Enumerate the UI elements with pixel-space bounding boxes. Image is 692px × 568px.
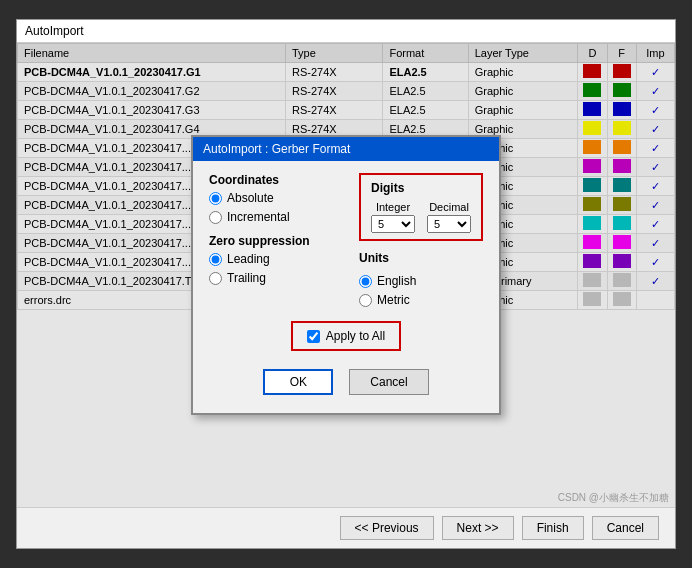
main-window: AutoImport Filename Type Format Layer Ty… [16, 19, 676, 549]
coordinates-label: Coordinates [209, 173, 347, 187]
units-label: Units [359, 251, 483, 265]
dialog-overlay: AutoImport : Gerber Format Coordinates A… [17, 43, 675, 507]
next-button[interactable]: Next >> [442, 516, 514, 540]
metric-radio[interactable] [359, 294, 372, 307]
finish-button[interactable]: Finish [522, 516, 584, 540]
leading-option[interactable]: Leading [209, 252, 347, 266]
absolute-radio[interactable] [209, 192, 222, 205]
leading-radio[interactable] [209, 253, 222, 266]
decimal-label: Decimal [429, 201, 469, 213]
absolute-option[interactable]: Absolute [209, 191, 347, 205]
digits-section: Digits Integer 5 12346 [359, 173, 483, 241]
apply-center: Apply to All [209, 317, 483, 355]
english-option[interactable]: English [359, 274, 483, 288]
apply-all-checkbox[interactable] [307, 330, 320, 343]
dialog-title: AutoImport : Gerber Format [193, 137, 499, 161]
bottom-nav: << Previous Next >> Finish Cancel [17, 507, 675, 548]
metric-option[interactable]: Metric [359, 293, 483, 307]
integer-select[interactable]: 5 12346 [371, 215, 415, 233]
previous-button[interactable]: << Previous [340, 516, 434, 540]
english-label: English [377, 274, 416, 288]
leading-label: Leading [227, 252, 270, 266]
trailing-radio[interactable] [209, 272, 222, 285]
window-title: AutoImport [25, 24, 84, 38]
decimal-col: Decimal 5 12346 [427, 201, 471, 233]
units-section: Units English Metric [359, 251, 483, 307]
zero-suppression-group: Leading Trailing [209, 252, 347, 285]
coordinates-group: Absolute Incremental [209, 191, 347, 224]
metric-label: Metric [377, 293, 410, 307]
integer-label: Integer [376, 201, 410, 213]
apply-all-label[interactable]: Apply to All [326, 329, 385, 343]
integer-col: Integer 5 12346 [371, 201, 415, 233]
table-area: Filename Type Format Layer Type D F Imp … [17, 43, 675, 507]
title-bar: AutoImport [17, 20, 675, 43]
dialog-actions: OK Cancel [209, 359, 483, 401]
trailing-option[interactable]: Trailing [209, 271, 347, 285]
left-section: Coordinates Absolute Incremental [209, 173, 347, 285]
dialog-cancel-button[interactable]: Cancel [349, 369, 428, 395]
apply-section: Apply to All [291, 321, 401, 351]
dialog-main-row: Coordinates Absolute Incremental [209, 173, 483, 307]
cancel-button[interactable]: Cancel [592, 516, 659, 540]
incremental-option[interactable]: Incremental [209, 210, 347, 224]
english-radio[interactable] [359, 275, 372, 288]
absolute-label: Absolute [227, 191, 274, 205]
ok-button[interactable]: OK [263, 369, 333, 395]
zero-suppression-label: Zero suppression [209, 234, 347, 248]
dialog-body: Coordinates Absolute Incremental [193, 161, 499, 413]
right-section: Digits Integer 5 12346 [359, 173, 483, 307]
incremental-radio[interactable] [209, 211, 222, 224]
digits-title: Digits [371, 181, 471, 195]
incremental-label: Incremental [227, 210, 290, 224]
digits-row: Integer 5 12346 Decimal [371, 201, 471, 233]
decimal-select[interactable]: 5 12346 [427, 215, 471, 233]
gerber-format-dialog: AutoImport : Gerber Format Coordinates A… [191, 135, 501, 415]
trailing-label: Trailing [227, 271, 266, 285]
